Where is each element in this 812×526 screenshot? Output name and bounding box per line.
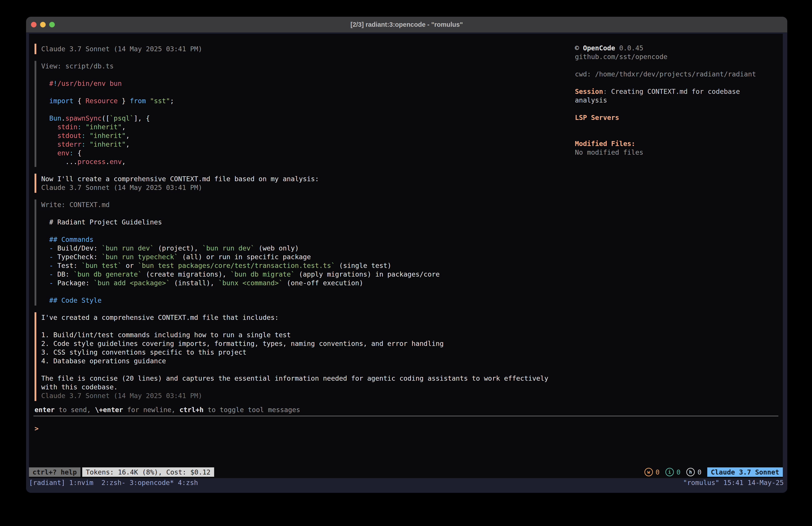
model-badge[interactable]: Claude 3.7 Sonnet bbox=[707, 467, 783, 477]
text-line: View: script/db.ts bbox=[41, 62, 567, 70]
tmux-window-list[interactable]: [radiant] 1:nvim 2:zsh- 3:opencode* 4:zs… bbox=[29, 478, 198, 487]
composer-input[interactable]: > bbox=[34, 424, 39, 433]
text-line: Claude 3.7 Sonnet (14 May 2025 03:41 PM) bbox=[41, 45, 567, 53]
text-line: stdout: "inherit", bbox=[41, 131, 567, 140]
text-line: github.com/sst/opencode bbox=[575, 52, 762, 61]
tmux-session-clock: "romulus" 15:41 14-May-25 bbox=[683, 478, 784, 487]
text-line: - Test: `bun test` or `bun test packages… bbox=[41, 261, 567, 270]
text-line bbox=[41, 322, 567, 330]
text-line bbox=[575, 104, 762, 113]
assistant-message: I've created a comprehensive CONTEXT.md … bbox=[34, 312, 567, 401]
text-line: with this codebase. bbox=[41, 383, 567, 392]
h-circle-icon: h bbox=[686, 468, 695, 476]
window-title: [2/3] radiant:3:opencode - "romulus" bbox=[26, 20, 787, 29]
text-line: 4. Database operations guidance bbox=[41, 357, 567, 365]
text-line: Session: Creating CONTEXT.md for codebas… bbox=[575, 87, 762, 104]
composer-divider bbox=[33, 416, 778, 416]
text-line: Write: CONTEXT.md bbox=[41, 200, 567, 209]
terminal-area: Claude 3.7 Sonnet (14 May 2025 03:41 PM)… bbox=[26, 32, 787, 493]
text-line bbox=[41, 287, 567, 296]
text-line: Claude 3.7 Sonnet (14 May 2025 03:41 PM) bbox=[41, 183, 567, 192]
text-line: Modified Files: bbox=[575, 139, 762, 148]
text-line: stdin: "inherit", bbox=[41, 123, 567, 131]
text-line: - Package: `bun add <package>` (install)… bbox=[41, 279, 567, 287]
tokens-cost-badge: Tokens: 16.4K (8%), Cost: $0.12 bbox=[82, 467, 214, 477]
assistant-message: Claude 3.7 Sonnet (14 May 2025 03:41 PM) bbox=[34, 44, 567, 54]
counter-value: 0 bbox=[697, 468, 701, 477]
zoom-window-button[interactable] bbox=[49, 22, 55, 27]
text-line: I've created a comprehensive CONTEXT.md … bbox=[41, 313, 567, 322]
text-line: The file is concise (20 lines) and captu… bbox=[41, 374, 567, 383]
text-line: ## Code Style bbox=[41, 296, 567, 305]
session-sidebar: © OpenCode 0.0.45github.com/sst/opencode… bbox=[575, 44, 762, 157]
traffic-lights bbox=[31, 17, 55, 32]
text-line: ...process.env, bbox=[41, 157, 567, 166]
counter-value: 0 bbox=[656, 468, 659, 477]
text-line: LSP Servers bbox=[575, 113, 762, 122]
text-line: # Radiant Project Guidelines bbox=[41, 218, 567, 226]
text-line bbox=[575, 131, 762, 139]
tool-output: Write: CONTEXT.md # Radiant Project Guid… bbox=[34, 199, 567, 305]
text-line: Now I'll create a comprehensive CONTEXT.… bbox=[41, 174, 567, 183]
counter-value: 0 bbox=[677, 468, 681, 477]
text-line: import { Resource } from "sst"; bbox=[41, 97, 567, 105]
window-titlebar: [2/3] radiant:3:opencode - "romulus" bbox=[26, 17, 787, 32]
text-line: #!/usr/bin/env bun bbox=[41, 79, 567, 88]
opencode-tui: Claude 3.7 Sonnet (14 May 2025 03:41 PM)… bbox=[29, 34, 783, 478]
text-line bbox=[41, 209, 567, 218]
hints-counter: h0 bbox=[686, 468, 701, 477]
composer-hint: enter to send, \+enter for newline, ctrl… bbox=[34, 406, 300, 414]
w-circle-icon: w bbox=[644, 468, 653, 476]
help-badge[interactable]: ctrl+? help bbox=[29, 467, 81, 477]
text-line bbox=[41, 105, 567, 114]
text-line: Bun.spawnSync([`psql`], { bbox=[41, 114, 567, 123]
i-circle-icon: i bbox=[665, 468, 674, 476]
text-line: No modified files bbox=[575, 148, 762, 157]
text-line: cwd: /home/thdxr/dev/projects/radiant/ra… bbox=[575, 70, 762, 79]
assistant-message: Now I'll create a comprehensive CONTEXT.… bbox=[34, 174, 567, 193]
text-line: 1. Build/lint/test commands including ho… bbox=[41, 330, 567, 339]
text-line bbox=[575, 79, 762, 87]
info-counter: i0 bbox=[665, 468, 681, 477]
text-line: ## Commands bbox=[41, 235, 567, 244]
text-line: 2. Code style guidelines covering import… bbox=[41, 339, 567, 348]
close-window-button[interactable] bbox=[31, 22, 37, 27]
text-line bbox=[575, 61, 762, 70]
tmux-status-bar: [radiant] 1:nvim 2:zsh- 3:opencode* 4:zs… bbox=[26, 478, 787, 487]
status-bar: ctrl+? help Tokens: 16.4K (8%), Cost: $0… bbox=[29, 467, 783, 477]
warnings-counter: w0 bbox=[644, 468, 659, 477]
text-line: stderr: "inherit", bbox=[41, 140, 567, 149]
text-line bbox=[575, 122, 762, 131]
tool-output: View: script/db.ts #!/usr/bin/env bun im… bbox=[34, 61, 567, 167]
text-line: - TypeCheck: `bun run typecheck` (all) o… bbox=[41, 253, 567, 261]
diagnostics-counters: w0i0h0 bbox=[644, 468, 701, 477]
text-line: © OpenCode 0.0.45 bbox=[575, 44, 762, 52]
text-line bbox=[41, 226, 567, 235]
text-line bbox=[41, 70, 567, 79]
text-line: enter to send, \+enter for newline, ctrl… bbox=[34, 406, 300, 414]
minimize-window-button[interactable] bbox=[40, 22, 46, 27]
terminal-window: [2/3] radiant:3:opencode - "romulus" Cla… bbox=[26, 17, 787, 493]
text-line bbox=[41, 365, 567, 374]
text-line: Claude 3.7 Sonnet (14 May 2025 03:41 PM) bbox=[41, 392, 567, 400]
text-line: - Build/Dev: `bun run dev` (project), `b… bbox=[41, 244, 567, 253]
text-line: 3. CSS styling conventions specific to t… bbox=[41, 348, 567, 357]
chat-transcript: Claude 3.7 Sonnet (14 May 2025 03:41 PM)… bbox=[34, 44, 567, 408]
text-line: - DB: `bun db generate` (create migratio… bbox=[41, 270, 567, 279]
text-line bbox=[41, 88, 567, 97]
prompt-char: > bbox=[34, 425, 39, 432]
text-line: env: { bbox=[41, 149, 567, 157]
